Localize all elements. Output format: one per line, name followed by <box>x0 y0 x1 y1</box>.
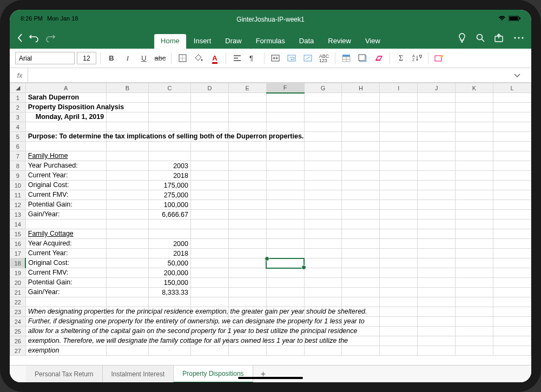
cell-H18[interactable] <box>342 258 380 268</box>
cell-L14[interactable] <box>493 220 531 229</box>
sort-filter-button[interactable]: AZ <box>410 51 424 65</box>
cell-A14[interactable] <box>25 220 106 229</box>
cell-H2[interactable] <box>342 103 380 112</box>
col-header-A[interactable]: A <box>25 83 106 93</box>
row-header-16[interactable]: 16 <box>10 239 26 249</box>
cell-A23[interactable]: When designating properties for the prin… <box>25 307 106 317</box>
fill-color-button[interactable] <box>192 51 206 65</box>
cell-L5[interactable] <box>493 132 531 142</box>
cell-D13[interactable] <box>190 210 228 220</box>
row-header-14[interactable]: 14 <box>10 220 26 229</box>
cell-C6[interactable] <box>148 142 190 151</box>
cell-A6[interactable] <box>25 142 106 151</box>
cell-I5[interactable] <box>380 132 418 142</box>
cell-L24[interactable] <box>493 317 531 327</box>
tab-data[interactable]: Data <box>293 34 320 49</box>
cell-D16[interactable] <box>190 239 228 249</box>
sheet-tab[interactable]: Personal Tax Return <box>26 366 103 382</box>
cell-K24[interactable] <box>456 317 493 327</box>
cell-E6[interactable] <box>228 142 266 151</box>
cell-I21[interactable] <box>380 288 418 297</box>
cell-J23[interactable] <box>418 307 456 317</box>
row-header-17[interactable]: 17 <box>10 249 26 258</box>
tab-draw[interactable]: Draw <box>219 34 248 49</box>
cell-I20[interactable] <box>380 278 418 288</box>
cell-I1[interactable] <box>380 93 418 103</box>
cell-I18[interactable] <box>380 258 418 268</box>
insert-delete-button[interactable] <box>355 51 370 65</box>
cell-F1[interactable] <box>266 93 304 103</box>
cell-L23[interactable] <box>493 307 531 317</box>
cell-L9[interactable] <box>493 171 531 181</box>
cell-L20[interactable] <box>493 278 531 288</box>
cell-B7[interactable] <box>106 151 148 161</box>
cell-K14[interactable] <box>456 220 493 229</box>
cell-K25[interactable] <box>456 327 493 336</box>
cell-L18[interactable] <box>493 258 531 268</box>
underline-button[interactable]: U <box>137 51 151 65</box>
cell-K2[interactable] <box>456 103 493 112</box>
cell-F4[interactable] <box>266 122 304 132</box>
tab-insert[interactable]: Insert <box>187 34 218 49</box>
row-header-23[interactable]: 23 <box>10 307 26 317</box>
cell-D18[interactable] <box>190 258 228 268</box>
cell-G21[interactable] <box>304 288 342 297</box>
cell-D27[interactable] <box>190 346 228 356</box>
row-header-4[interactable]: 4 <box>10 122 26 132</box>
cell-D2[interactable] <box>190 103 228 112</box>
cell-A21[interactable]: Gain/Year: <box>25 288 106 297</box>
cell-H14[interactable] <box>342 220 380 229</box>
cell-J24[interactable] <box>418 317 456 327</box>
cell-A5[interactable]: Purpose: To determine the tax implicatio… <box>25 132 106 142</box>
cell-H12[interactable] <box>342 200 380 210</box>
cell-I13[interactable] <box>380 210 418 220</box>
cell-E18[interactable] <box>228 258 266 268</box>
cell-E17[interactable] <box>228 249 266 258</box>
cell-L7[interactable] <box>493 151 531 161</box>
cell-E14[interactable] <box>228 220 266 229</box>
cell-K11[interactable] <box>456 190 493 200</box>
sheet-tab[interactable]: Instalment Interest <box>103 366 174 382</box>
cell-B20[interactable] <box>106 278 148 288</box>
cell-L1[interactable] <box>493 93 531 103</box>
row-header-2[interactable]: 2 <box>10 103 26 112</box>
cell-G6[interactable] <box>304 142 342 151</box>
cell-A20[interactable]: Potential Gain: <box>25 278 106 288</box>
cell-J2[interactable] <box>418 103 456 112</box>
cell-B18[interactable] <box>106 258 148 268</box>
cell-L27[interactable] <box>493 346 531 356</box>
cell-I23[interactable] <box>380 307 418 317</box>
cell-D11[interactable] <box>190 190 228 200</box>
cell-K7[interactable] <box>456 151 493 161</box>
cell-D6[interactable] <box>190 142 228 151</box>
cell-H21[interactable] <box>342 288 380 297</box>
cell-G18[interactable] <box>304 258 342 268</box>
col-header-K[interactable]: K <box>456 83 493 93</box>
row-header-3[interactable]: 3 <box>10 112 26 122</box>
cell-B10[interactable] <box>106 181 148 190</box>
col-header-C[interactable]: C <box>148 83 190 93</box>
cell-L16[interactable] <box>493 239 531 249</box>
cell-A25[interactable]: allow for a sheltering of the capital ga… <box>25 327 106 336</box>
cell-G4[interactable] <box>304 122 342 132</box>
col-header-L[interactable]: L <box>493 83 531 93</box>
cell-E11[interactable] <box>228 190 266 200</box>
row-header-8[interactable]: 8 <box>10 161 26 171</box>
cell-E4[interactable] <box>228 122 266 132</box>
cell-J13[interactable] <box>418 210 456 220</box>
cell-I22[interactable] <box>380 297 418 307</box>
cell-D10[interactable] <box>190 181 228 190</box>
cell-A11[interactable]: Current FMV: <box>25 190 106 200</box>
cell-F7[interactable] <box>266 151 304 161</box>
cell-H5[interactable] <box>342 132 380 142</box>
cell-K3[interactable] <box>456 112 493 122</box>
cell-A7[interactable]: Family Home <box>25 151 106 161</box>
cell-D21[interactable] <box>190 288 228 297</box>
cell-A2[interactable]: Property Disposition Analysis <box>25 103 106 112</box>
cell-D14[interactable] <box>190 220 228 229</box>
row-header-22[interactable]: 22 <box>10 297 26 307</box>
cell-L25[interactable] <box>493 327 531 336</box>
cell-I3[interactable] <box>380 112 418 122</box>
cell-F12[interactable] <box>266 200 304 210</box>
cell-L12[interactable] <box>493 200 531 210</box>
